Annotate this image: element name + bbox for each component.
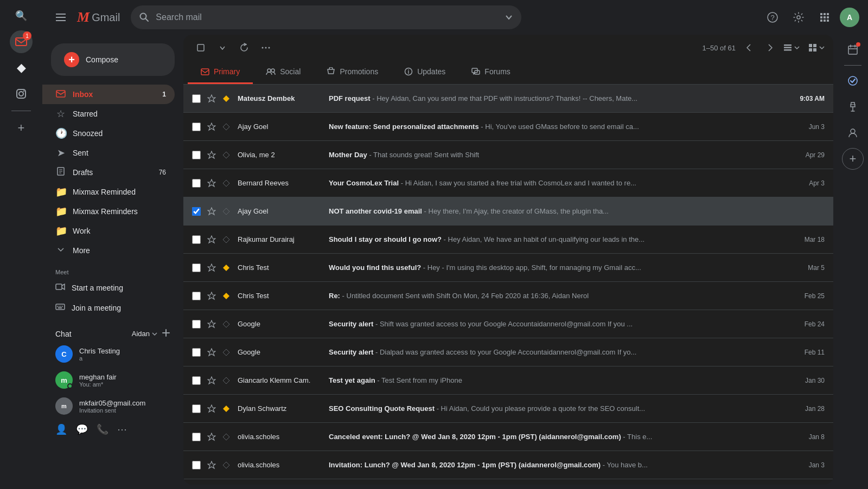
star-button[interactable] — [207, 123, 218, 131]
email-row[interactable]: Ajay GoelNOT another covid-19 email - He… — [183, 197, 833, 226]
svg-rect-4 — [56, 14, 66, 15]
email-checkbox[interactable] — [192, 376, 203, 385]
keep-right-icon[interactable] — [842, 96, 864, 118]
star-button[interactable] — [207, 179, 218, 188]
instagram-icon[interactable] — [10, 82, 33, 105]
email-row[interactable]: GoogleSecurity alert - Shift was granted… — [183, 310, 833, 338]
email-row[interactable]: Bernard ReevesYour CosmoLex Trial - Hi A… — [183, 169, 833, 197]
sidebar-item-mixmax-reminders[interactable]: 📁 Mixmax Reminders — [42, 202, 175, 221]
email-row[interactable]: Olivia, me 2Document you asked for - Hey… — [183, 479, 833, 485]
refresh-button[interactable] — [235, 39, 253, 56]
email-checkbox[interactable] — [192, 263, 203, 272]
email-row[interactable]: Ajay GoelNew feature: Send personalized … — [183, 113, 833, 141]
email-checkbox[interactable] — [192, 320, 203, 329]
start-meeting-button[interactable]: Start a meeting — [42, 278, 183, 298]
star-button[interactable] — [207, 263, 218, 272]
email-checkbox[interactable] — [192, 207, 203, 216]
email-checkbox[interactable] — [192, 179, 203, 188]
account-avatar[interactable]: A — [840, 8, 859, 27]
email-checkbox[interactable] — [192, 292, 203, 300]
star-button[interactable] — [207, 376, 218, 385]
phone-icon[interactable]: 📞 — [97, 423, 108, 435]
new-meeting-icon[interactable]: 👤 — [55, 423, 67, 435]
star-button[interactable] — [207, 207, 218, 216]
view-toggle-button[interactable] — [783, 43, 800, 52]
aidan-chat-item[interactable]: Aidan — [132, 330, 157, 338]
sidebar-item-sent[interactable]: ➤ Sent — [42, 143, 175, 163]
tab-updates[interactable]: i Updates — [391, 61, 458, 84]
select-dropdown-button[interactable] — [214, 39, 231, 56]
sidebar-item-mixmax-reminded[interactable]: 📁 Mixmax Reminded — [42, 182, 175, 202]
star-button[interactable] — [207, 404, 218, 413]
chat-item-mkfair05[interactable]: m mkfair05@gmail.com Invitation sent — [42, 393, 183, 419]
email-checkbox[interactable] — [192, 404, 203, 413]
email-row[interactable]: Giancarlo Klemm Cam.Test yet again - Tes… — [183, 366, 833, 395]
email-row[interactable]: Chris TestRe: - Untitled document Sent w… — [183, 282, 833, 310]
select-all-button[interactable] — [192, 39, 209, 56]
email-row[interactable]: GoogleSecurity alert - Dialpad was grant… — [183, 338, 833, 366]
gmail-app-icon[interactable]: 1 — [10, 30, 33, 53]
calendar-right-icon[interactable] — [842, 39, 864, 61]
contacts-right-icon[interactable] — [842, 122, 864, 144]
star-button[interactable] — [207, 151, 218, 159]
next-page-button[interactable] — [762, 39, 779, 56]
email-row[interactable]: Rajkumar DurairajShould I stay or should… — [183, 226, 833, 254]
email-checkbox[interactable] — [192, 151, 203, 159]
star-button[interactable] — [207, 433, 218, 441]
star-button[interactable] — [207, 461, 218, 469]
star-button[interactable] — [207, 348, 218, 357]
settings-button[interactable] — [788, 7, 809, 28]
chat-item-meghan-fair[interactable]: m meghan fair You: am* — [42, 367, 183, 393]
email-row[interactable]: Chris TestWould you find this useful? - … — [183, 254, 833, 282]
sidebar-item-inbox[interactable]: Inbox 1 — [42, 85, 175, 104]
tab-social[interactable]: Social — [253, 61, 314, 84]
search-icon[interactable]: 🔍 — [10, 4, 33, 27]
more-label: More — [73, 246, 90, 255]
star-button[interactable] — [207, 292, 218, 300]
importance-marker — [222, 151, 233, 159]
density-toggle-button[interactable] — [808, 43, 825, 52]
slack-icon[interactable]: ◆ — [10, 56, 33, 79]
help-button[interactable]: ? — [762, 7, 783, 28]
email-row[interactable]: olivia.scholesCanceled event: Lunch? @ W… — [183, 423, 833, 451]
add-right-button[interactable]: + — [842, 148, 864, 170]
prev-page-button[interactable] — [740, 39, 757, 56]
email-checkbox[interactable] — [192, 235, 203, 244]
new-chat-icon[interactable]: 💬 — [76, 423, 88, 435]
menu-button[interactable] — [51, 8, 71, 27]
star-button[interactable] — [207, 94, 218, 103]
more-chat-icon[interactable]: ⋯ — [117, 423, 127, 435]
join-meeting-button[interactable]: Join a meeting — [42, 298, 183, 318]
sidebar-item-drafts[interactable]: Drafts 76 — [42, 163, 175, 182]
tab-promotions[interactable]: Promotions — [314, 61, 391, 84]
more-toolbar-button[interactable] — [257, 39, 275, 56]
email-row[interactable]: Olivia, me 2Mother Day - That sounds gre… — [183, 141, 833, 169]
sidebar-item-work[interactable]: 📁 Work — [42, 221, 175, 241]
email-row[interactable]: Dylan SchwartzSEO Consulting Quote Reque… — [183, 395, 833, 423]
email-row[interactable]: olivia.scholesInvitation: Lunch? @ Wed J… — [183, 451, 833, 479]
search-dropdown-icon[interactable] — [505, 14, 513, 21]
compose-button[interactable]: + Compose — [51, 43, 175, 76]
email-checkbox[interactable] — [192, 94, 203, 103]
star-button[interactable] — [207, 235, 218, 244]
svg-marker-86 — [208, 461, 215, 468]
email-checkbox[interactable] — [192, 461, 203, 469]
tasks-right-icon[interactable] — [842, 70, 864, 92]
add-chat-button[interactable] — [162, 329, 170, 339]
sidebar-item-starred[interactable]: ☆ Starred — [42, 104, 175, 124]
sidebar-item-more[interactable]: More — [42, 241, 175, 260]
meghan-fair-info: meghan fair You: am* — [79, 373, 170, 388]
email-checkbox[interactable] — [192, 123, 203, 131]
email-checkbox[interactable] — [192, 433, 203, 441]
star-button[interactable] — [207, 320, 218, 329]
search-input[interactable] — [156, 12, 499, 22]
email-checkbox[interactable] — [192, 348, 203, 357]
sidebar-item-snoozed[interactable]: 🕐 Snoozed — [42, 124, 175, 143]
tab-primary[interactable]: Primary — [188, 61, 253, 84]
search-bar[interactable] — [131, 5, 521, 29]
chat-item-chris-testing[interactable]: C Chris Testing a — [42, 341, 183, 367]
apps-button[interactable] — [814, 7, 835, 28]
tab-forums[interactable]: Forums — [458, 61, 523, 84]
add-account-icon[interactable]: + — [10, 117, 33, 139]
email-row[interactable]: Mateusz DembekPDF request - Hey Aidan, C… — [183, 85, 833, 113]
